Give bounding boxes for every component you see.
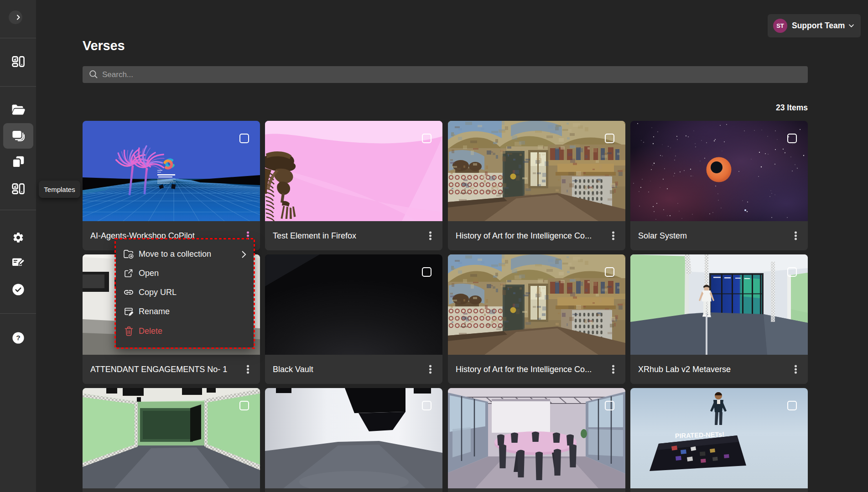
svg-text:?: ? — [16, 334, 20, 342]
